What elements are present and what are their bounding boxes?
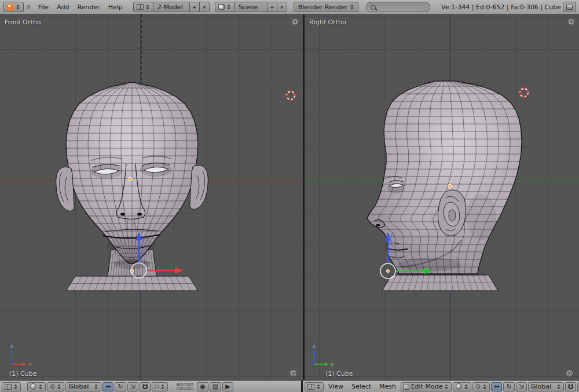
mode-dropdown[interactable]: Edit Mode xyxy=(401,382,452,391)
shading-sphere-icon xyxy=(456,383,462,390)
scene-browse-button[interactable] xyxy=(215,2,234,12)
layers-widget[interactable] xyxy=(177,383,193,390)
viewport-front[interactable]: x z Front Ortho (1) Cube xyxy=(0,14,303,380)
pivot-icon: ⊙ xyxy=(475,383,481,390)
menu-mesh[interactable]: Mesh xyxy=(376,382,400,391)
manipulator-rotate-toggle[interactable]: ↻ xyxy=(115,382,126,391)
scene-add-button[interactable]: + xyxy=(267,2,277,12)
object-info: (1) Cube xyxy=(325,370,353,378)
chevron-updown-icon xyxy=(350,5,354,9)
viewport-shading-dropdown[interactable] xyxy=(27,382,46,391)
manipulator-translate-toggle[interactable]: ↔ xyxy=(102,382,113,391)
scale-icon: ⇲ xyxy=(130,383,135,390)
object-origin xyxy=(129,177,132,181)
manipulator-translate-toggle[interactable]: ↔ xyxy=(491,382,502,391)
snap-toggle[interactable]: Ω xyxy=(565,382,576,391)
mini-axis-gizmo: y z xyxy=(312,343,334,367)
screen-layout-group: 2-Model + × xyxy=(133,2,210,12)
axis-label-y: y xyxy=(331,361,334,367)
window-button[interactable] xyxy=(563,2,576,12)
viewport-header-front: ⊙ Global ↔ ↻ ⇲ Ω ∷ ◉ ▨ ▶ xyxy=(0,380,303,392)
opengl-render-anim-button[interactable]: ▶ xyxy=(222,382,233,391)
snap-element-dropdown[interactable]: ∷ xyxy=(152,382,168,391)
3d-cursor[interactable] xyxy=(284,89,298,102)
render-anim-icon: ▶ xyxy=(225,383,230,390)
translate-icon: ↔ xyxy=(494,383,499,390)
viewport-area: x z Front Ortho (1) Cube xyxy=(0,14,579,380)
render-engine-value: Blender Render xyxy=(298,3,347,11)
menu-file[interactable]: File xyxy=(34,2,53,12)
chevron-updown-icon xyxy=(160,384,165,389)
proportional-edit-dropdown[interactable]: ◉ xyxy=(197,382,208,391)
viewport-canvas-right[interactable]: y z xyxy=(305,14,579,380)
render-engine-dropdown[interactable]: Blender Render xyxy=(294,2,358,12)
editor-type-button-info[interactable] xyxy=(3,2,24,12)
viewport-canvas-front[interactable]: x z xyxy=(0,14,303,380)
rotate-icon: ↻ xyxy=(506,383,511,390)
menu-select[interactable]: Select xyxy=(348,382,375,391)
manipulator-scale-toggle[interactable]: ⇲ xyxy=(516,382,527,391)
axis-label-x: x xyxy=(28,361,32,367)
3d-cursor[interactable] xyxy=(517,86,531,100)
manipulator-scale-toggle[interactable]: ⇲ xyxy=(127,382,138,391)
gear-icon[interactable] xyxy=(567,17,576,26)
magnet-icon: Ω xyxy=(142,383,148,390)
viewport-shading-dropdown[interactable] xyxy=(453,382,471,391)
screen-layout-add-button[interactable]: + xyxy=(189,2,200,12)
screen-layout-name-field[interactable]: 2-Model xyxy=(153,2,190,12)
menu-view[interactable]: View xyxy=(325,382,347,391)
menubar: File Add Render Help xyxy=(34,2,127,12)
neck-base-mesh[interactable] xyxy=(382,275,498,291)
viewport-right[interactable]: y z Right Ortho (1) Cube xyxy=(305,14,579,380)
scale-icon: ⇲ xyxy=(519,383,524,390)
menu-help[interactable]: Help xyxy=(104,2,127,12)
opengl-render-button[interactable]: ▨ xyxy=(210,382,221,391)
object-info: (1) Cube xyxy=(9,370,36,378)
separator xyxy=(24,383,24,390)
pivot-icon: ⊙ xyxy=(50,383,55,390)
chevron-updown-icon xyxy=(38,384,43,389)
scene-name-field[interactable]: Scene xyxy=(234,2,267,12)
snap-increment-icon: ∷ xyxy=(155,383,159,390)
drag-dot-icon xyxy=(27,5,30,9)
viewport-label: Right Ortho xyxy=(309,19,346,26)
scene-delete-button[interactable]: × xyxy=(277,2,287,12)
edit-mode-cube-icon xyxy=(404,384,409,390)
menu-render[interactable]: Render xyxy=(73,2,104,12)
chevron-updown-icon xyxy=(482,384,487,389)
blender-logo-icon xyxy=(6,3,14,11)
pivot-point-dropdown[interactable]: ⊙ xyxy=(472,382,490,391)
scene-stats: Ve:1-344 | Ed:0-652 | Fa:0-306 | Cube xyxy=(441,3,561,11)
gear-icon[interactable] xyxy=(565,369,574,378)
orientation-value: Global xyxy=(531,383,551,390)
viewport-headers: ⊙ Global ↔ ↻ ⇲ Ω ∷ ◉ ▨ ▶ xyxy=(0,380,579,392)
viewport-header-right: View Select Mesh Edit Mode ⊙ ↔ ↻ ⇲ Globa… xyxy=(303,380,579,392)
gear-icon[interactable] xyxy=(291,17,299,26)
transform-orientation-dropdown[interactable]: Global xyxy=(528,382,564,391)
menu-add[interactable]: Add xyxy=(53,2,73,12)
search-box[interactable] xyxy=(366,2,430,12)
axis-label-z: z xyxy=(10,343,13,349)
render-image-icon: ▨ xyxy=(212,383,218,390)
manipulator-rotate-toggle[interactable]: ↻ xyxy=(503,382,514,391)
screen-layout-delete-button[interactable]: × xyxy=(199,2,210,12)
chevron-updown-icon xyxy=(16,5,20,9)
head-mesh-side[interactable] xyxy=(367,81,522,274)
screen-layout-browse-button[interactable] xyxy=(133,2,153,12)
snap-toggle[interactable]: Ω xyxy=(140,382,151,391)
info-header: File Add Render Help 2-Model + × Scene +… xyxy=(0,0,579,14)
chevron-updown-icon xyxy=(57,384,61,389)
mode-value: Edit Mode xyxy=(411,383,443,390)
search-icon xyxy=(371,5,376,10)
screen-layout-icon xyxy=(137,4,144,10)
editor-type-button[interactable] xyxy=(2,382,21,391)
chevron-updown-icon xyxy=(556,384,561,389)
gear-icon[interactable] xyxy=(289,369,298,378)
editor-type-button[interactable] xyxy=(305,382,324,391)
chevron-updown-icon xyxy=(444,384,449,389)
editor-3dview-icon xyxy=(5,384,12,390)
mini-axis-gizmo: x z xyxy=(10,343,32,367)
chevron-updown-icon xyxy=(13,384,18,389)
transform-orientation-dropdown[interactable]: Global xyxy=(65,382,101,391)
pivot-point-dropdown[interactable]: ⊙ xyxy=(47,382,64,391)
